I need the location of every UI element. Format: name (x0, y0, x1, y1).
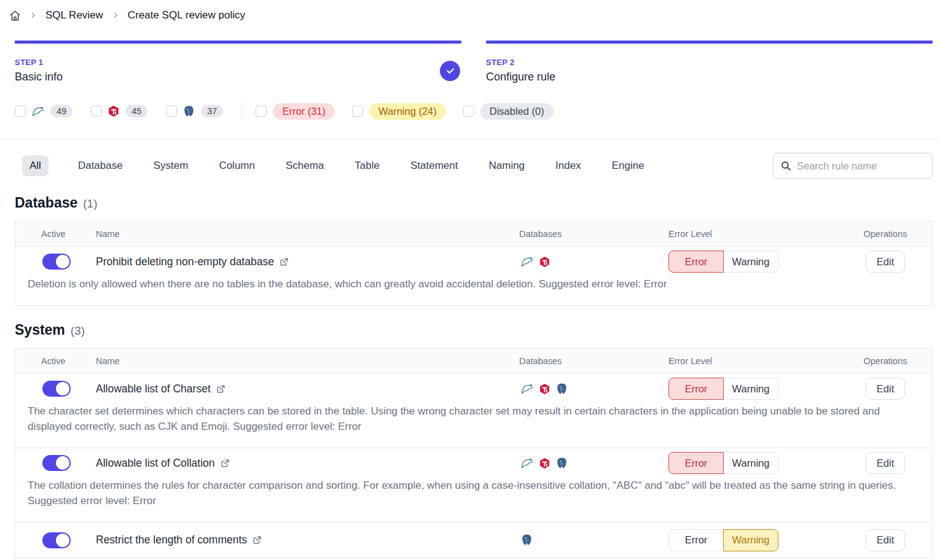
postgres-icon (555, 383, 568, 395)
error-count-pill[interactable]: Error (31) (273, 103, 335, 120)
step-indicator: STEP 1 Basic info STEP 2 Configure rule (15, 41, 933, 84)
filter-divider (241, 102, 242, 120)
breadcrumb-sql-review[interactable]: SQL Review (45, 9, 103, 21)
error-level-button[interactable]: Error (668, 529, 724, 551)
error-level-button[interactable]: Error (668, 378, 724, 400)
search-input[interactable] (773, 153, 933, 179)
rule-allowable-list-of-collation: Allowable list of Collation Error Warnin… (15, 448, 932, 522)
warning-level-button[interactable]: Warning (723, 251, 778, 273)
active-toggle[interactable] (42, 254, 71, 270)
warning-level-button[interactable]: Warning (723, 529, 778, 551)
rule-restrict-the-length-of-comments: Restrict the length of comments Error Wa… (15, 522, 932, 558)
chevron-right-icon (29, 12, 37, 19)
col-header-operations: Operations (839, 229, 932, 239)
filter-engine-postgres: 37 (166, 105, 223, 118)
filter-level-error: Error (31) (256, 103, 335, 120)
error-level-button[interactable]: Error (668, 251, 724, 273)
external-link-icon[interactable] (253, 535, 262, 545)
error-level-checkbox[interactable] (256, 106, 267, 117)
tab-all[interactable]: All (22, 155, 49, 176)
filter-engine-tidb: 45 (91, 105, 147, 117)
postgres-checkbox[interactable] (166, 106, 177, 117)
tab-table[interactable]: Table (354, 155, 380, 176)
step-2-title: Configure rule (486, 71, 555, 84)
section-system: System (3) Active Name Databases Error L… (15, 322, 933, 558)
section-count: (1) (83, 197, 97, 211)
postgres-icon (520, 534, 533, 546)
col-header-operations: Operations (839, 356, 932, 366)
col-header-active: Active (15, 229, 96, 239)
col-header-name: Name (96, 229, 519, 239)
rule-description: The character set determines which chara… (15, 400, 932, 444)
step-1[interactable]: STEP 1 Basic info (15, 41, 461, 84)
section-title: System (15, 322, 65, 338)
tab-database[interactable]: Database (78, 155, 123, 176)
warning-level-checkbox[interactable] (352, 106, 363, 117)
col-header-databases: Databases (519, 229, 668, 239)
warning-level-button[interactable]: Warning (723, 452, 778, 474)
step-1-label: STEP 1 (15, 58, 63, 67)
filter-level-disabled: Disabled (0) (463, 103, 554, 120)
external-link-icon[interactable] (280, 257, 289, 266)
col-header-databases: Databases (519, 356, 668, 366)
breadcrumb: SQL Review Create SQL review policy (0, 0, 940, 23)
step-1-completed-check-icon (440, 61, 460, 81)
tidb-icon (539, 457, 550, 469)
tidb-icon (539, 383, 550, 395)
rule-name: Restrict the length of comments (96, 534, 247, 546)
mysql-checkbox[interactable] (15, 106, 26, 117)
tidb-icon (539, 256, 550, 268)
active-toggle[interactable] (42, 381, 71, 397)
postgres-icon (555, 457, 568, 470)
tab-statement[interactable]: Statement (410, 155, 458, 176)
postgres-count-badge: 37 (201, 105, 223, 117)
tab-naming[interactable]: Naming (488, 155, 525, 176)
warning-level-button[interactable]: Warning (723, 378, 778, 400)
mysql-icon (31, 104, 45, 118)
col-header-active: Active (15, 356, 96, 366)
horizontal-divider (0, 139, 940, 139)
section-count: (3) (71, 324, 85, 338)
table-header-row: Active Name Databases Error Level Operat… (15, 222, 932, 247)
category-tabbar: All Database System Column Schema Table … (15, 153, 933, 179)
edit-button[interactable]: Edit (866, 378, 905, 400)
tab-index[interactable]: Index (555, 155, 581, 176)
home-icon[interactable] (9, 10, 21, 21)
disabled-level-checkbox[interactable] (463, 106, 474, 117)
warning-count-pill[interactable]: Warning (24) (369, 103, 446, 120)
tab-system[interactable]: System (154, 155, 189, 176)
col-header-error-level: Error Level (668, 229, 839, 239)
rule-allowable-list-of-charset: Allowable list of Charset Error Warning … (15, 374, 932, 448)
disabled-count-pill[interactable]: Disabled (0) (480, 103, 554, 120)
rules-table: Active Name Databases Error Level Operat… (15, 348, 933, 558)
chevron-right-icon (112, 12, 119, 19)
mysql-icon (520, 255, 534, 268)
tab-schema[interactable]: Schema (286, 155, 324, 176)
section-database: Database (1) Active Name Databases Error… (15, 195, 933, 306)
active-toggle[interactable] (42, 532, 71, 548)
tidb-checkbox[interactable] (91, 106, 102, 117)
col-header-error-level: Error Level (668, 356, 839, 366)
step-2-label: STEP 2 (486, 58, 555, 67)
error-level-button[interactable]: Error (668, 452, 724, 474)
rules-table: Active Name Databases Error Level Operat… (15, 221, 933, 306)
tidb-count-badge: 45 (125, 105, 147, 117)
tab-column[interactable]: Column (219, 155, 255, 176)
mysql-count-badge: 49 (50, 105, 72, 117)
edit-button[interactable]: Edit (866, 452, 905, 474)
col-header-name: Name (96, 356, 519, 366)
active-toggle[interactable] (42, 455, 71, 471)
external-link-icon[interactable] (216, 384, 225, 394)
search-box (773, 153, 933, 179)
rule-name: Allowable list of Collation (96, 457, 215, 470)
mysql-icon (520, 382, 534, 395)
rule-prohibit-deleting-non-empty-database: Prohibit deleting non-empty database Err… (15, 247, 932, 305)
filter-level-warning: Warning (24) (352, 103, 446, 120)
edit-button[interactable]: Edit (866, 529, 905, 551)
step-2[interactable]: STEP 2 Configure rule (486, 41, 933, 84)
edit-button[interactable]: Edit (866, 251, 905, 273)
external-link-icon[interactable] (221, 459, 230, 468)
tab-engine[interactable]: Engine (612, 155, 644, 176)
rule-description: Deletion is only allowed when there are … (15, 273, 932, 301)
search-icon (780, 160, 791, 174)
